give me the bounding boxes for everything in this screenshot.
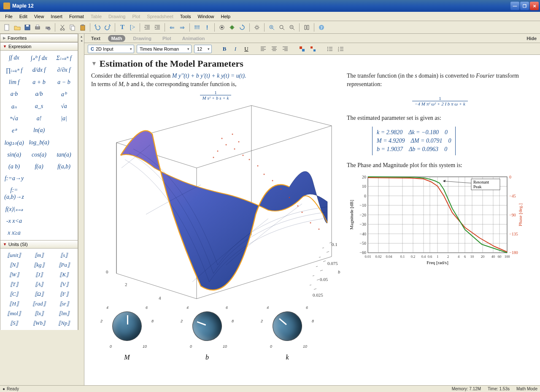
unit-template[interactable]: ⟦J⟧: [27, 270, 51, 279]
unit-template[interactable]: ⟦m⟧: [27, 251, 51, 260]
expression-template[interactable]: sin(a): [2, 150, 26, 160]
expression-template[interactable]: ∫f dx: [2, 53, 26, 63]
palette-expression-header[interactable]: Expression: [0, 42, 78, 51]
context-tab-text[interactable]: Text: [88, 35, 104, 42]
expression-template[interactable]: f(a,b): [52, 162, 76, 171]
unit-template[interactable]: ⟦unit⟧: [2, 251, 26, 260]
unit-template[interactable]: ⟦sr⟧: [52, 300, 76, 308]
menu-tools[interactable]: Tools: [177, 13, 194, 20]
align-center-icon[interactable]: [270, 45, 278, 53]
unit-template[interactable]: ⟦s⟧: [52, 251, 76, 260]
close-button[interactable]: ✕: [530, 2, 539, 10]
input-mode-dropdown[interactable]: C2D Input: [88, 45, 134, 53]
menu-insert[interactable]: Insert: [47, 13, 66, 20]
expression-template[interactable]: x x≥a: [2, 228, 26, 238]
bode-plot[interactable]: Resonant Peak 20100 −10−20−30 −40−50−60: [347, 173, 524, 270]
menu-format[interactable]: Format: [66, 13, 87, 20]
minimize-button[interactable]: —: [510, 2, 519, 10]
unit-template[interactable]: ⟦rad⟧: [27, 300, 51, 308]
print-preview-icon[interactable]: [43, 23, 52, 32]
surface-plot[interactable]: 0 2 4 0.1 0.075 0.05 0.025 b: [91, 105, 340, 307]
expression-template[interactable]: eᵃ: [2, 126, 26, 135]
new-doc-icon[interactable]: [3, 23, 12, 32]
expression-template[interactable]: √a: [52, 102, 76, 111]
palette-scroll[interactable]: ▴ ◂: [78, 34, 84, 330]
unit-template[interactable]: ⟦lx⟧: [27, 309, 51, 318]
font-family-dropdown[interactable]: Times New Roman: [137, 45, 192, 53]
knob-k[interactable]: 0 2 4 6 8 10 k: [273, 311, 302, 361]
unit-template[interactable]: ⟦lm⟧: [52, 309, 76, 318]
expression-template[interactable]: aᵇ: [52, 89, 76, 99]
execute-icon[interactable]: !: [202, 23, 212, 32]
execute-all-icon[interactable]: !!!: [192, 23, 202, 32]
unit-template[interactable]: ⟦mol⟧: [2, 309, 26, 318]
expression-template[interactable]: log_b(a): [27, 138, 51, 148]
expression-template[interactable]: cos(a): [27, 150, 51, 160]
ungroup-icon[interactable]: [309, 45, 317, 53]
zoom-out-icon[interactable]: [287, 23, 297, 32]
back-icon[interactable]: ⇐: [167, 23, 177, 32]
unit-template[interactable]: ⟦Ω⟧: [27, 290, 51, 298]
expression-template[interactable]: ln(a): [27, 126, 51, 135]
insert-math-icon[interactable]: [>: [128, 23, 137, 32]
expression-template[interactable]: a/b: [27, 89, 51, 99]
palette-units-header[interactable]: Units (SI): [0, 240, 78, 249]
unit-template[interactable]: ⟦kg⟧: [27, 261, 51, 269]
menu-edit[interactable]: Edit: [16, 13, 31, 20]
expression-template[interactable]: f(a): [27, 162, 51, 171]
maximize-button[interactable]: ❐: [520, 2, 529, 10]
expression-template[interactable]: tan(a): [52, 150, 76, 160]
unit-template[interactable]: ⟦S⟧: [2, 319, 26, 327]
help-icon[interactable]: ?: [317, 23, 326, 32]
tab-toggle-icon[interactable]: [302, 23, 311, 32]
insert-text-icon[interactable]: T: [118, 23, 127, 32]
unit-template[interactable]: ⟦C⟧: [2, 290, 26, 298]
expression-template[interactable]: ⁿ√a: [2, 114, 26, 123]
unit-template[interactable]: ⟦A⟧: [27, 280, 51, 289]
expression-template[interactable]: log₁₀(a): [2, 138, 26, 148]
expression-template[interactable]: a_s: [27, 102, 51, 111]
menu-view[interactable]: View: [31, 13, 48, 20]
group-icon[interactable]: [298, 45, 306, 53]
indent-left-icon[interactable]: [143, 23, 152, 32]
unit-template[interactable]: ⟦W⟧: [2, 270, 26, 279]
expression-template[interactable]: a + b: [27, 78, 51, 87]
expression-template[interactable]: a·b: [2, 89, 26, 99]
knob-M[interactable]: 0 2 4 6 8 10 M: [112, 311, 142, 361]
unit-template[interactable]: ⟦F⟧: [52, 290, 76, 298]
expression-template[interactable]: ∂/∂x f: [52, 65, 76, 75]
unit-template[interactable]: ⟦K⟧: [52, 270, 76, 279]
palette-favorites-header[interactable]: Favorites: [0, 34, 78, 42]
save-icon[interactable]: [23, 23, 32, 32]
bullet-list-icon[interactable]: [326, 45, 334, 53]
menu-window[interactable]: Window: [194, 13, 217, 20]
print-icon[interactable]: [33, 23, 42, 32]
debug-icon[interactable]: [227, 23, 237, 32]
expression-template[interactable]: |a|: [52, 114, 76, 123]
redo-icon[interactable]: [103, 23, 112, 32]
unit-template[interactable]: ⟦V⟧: [52, 280, 76, 289]
expression-template[interactable]: -x x<a: [2, 216, 26, 226]
italic-button[interactable]: I: [231, 45, 240, 53]
expression-template[interactable]: f:=a→y: [2, 174, 26, 183]
font-size-dropdown[interactable]: 12: [194, 45, 212, 53]
forward-icon[interactable]: ⇒: [178, 23, 187, 32]
unit-template[interactable]: ⟦Np⟧: [52, 319, 76, 327]
copy-icon[interactable]: [68, 23, 77, 32]
align-right-icon[interactable]: [281, 45, 289, 53]
menu-help[interactable]: Help: [218, 13, 234, 20]
zoom-default-icon[interactable]: [277, 23, 286, 32]
zoom-in-icon[interactable]: [267, 23, 276, 32]
unit-template[interactable]: ⟦Wb⟧: [27, 319, 51, 327]
open-icon[interactable]: [13, 23, 22, 32]
paste-icon[interactable]: [78, 23, 87, 32]
expression-template[interactable]: f(x)|ₓ₌ₐ: [2, 204, 26, 214]
cut-icon[interactable]: [58, 23, 67, 32]
settings-icon[interactable]: [252, 23, 262, 32]
expression-template[interactable]: f:=(a,b)→z: [2, 186, 26, 202]
expression-template[interactable]: a!: [27, 114, 51, 123]
underline-button[interactable]: U: [242, 45, 251, 53]
document-area[interactable]: ▼ Estimation of the Model Parameters Con…: [84, 55, 540, 385]
menu-file[interactable]: File: [2, 13, 16, 20]
expression-template[interactable]: aₙ: [2, 102, 26, 111]
